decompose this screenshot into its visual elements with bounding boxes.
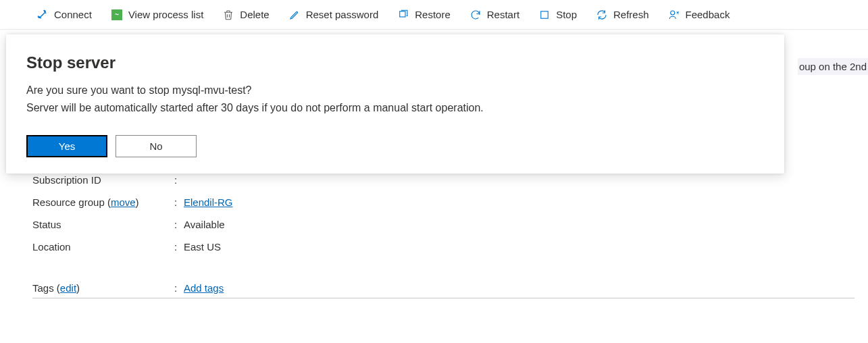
reset-password-label: Reset password [306, 9, 379, 20]
restore-button[interactable]: Restore [394, 5, 453, 25]
colon: : [174, 219, 184, 230]
restart-label: Restart [487, 9, 519, 20]
status-row: Status : Available [32, 213, 854, 236]
resource-group-link[interactable]: Elendil-RG [184, 196, 233, 208]
colon: : [174, 196, 184, 208]
tags-edit-link[interactable]: edit [60, 282, 76, 294]
delete-button[interactable]: Delete [220, 5, 272, 25]
location-label: Location [32, 241, 174, 253]
connect-label: Connect [54, 9, 92, 20]
tags-label-text: Tags [32, 282, 54, 294]
banner-partial-text: oup on the 2nd [798, 58, 868, 75]
svg-rect-1 [541, 11, 548, 18]
colon: : [174, 282, 184, 294]
yes-button[interactable]: Yes [26, 135, 107, 157]
resource-details: Subscription ID : Resource group (move) … [32, 169, 854, 298]
status-label: Status [32, 219, 174, 230]
location-value: East US [184, 241, 221, 253]
subscription-id-label: Subscription ID [32, 174, 174, 186]
view-process-label: View process list [128, 9, 203, 20]
stop-icon [538, 9, 551, 21]
resource-group-row: Resource group (move) : Elendil-RG [32, 191, 854, 213]
refresh-icon [596, 9, 608, 21]
top-toolbar: Connect ~ View process list Delete Reset… [0, 0, 868, 30]
dialog-title: Stop server [26, 53, 764, 72]
restart-button[interactable]: Restart [467, 5, 522, 25]
resource-group-label: Resource group (move) [32, 196, 174, 208]
no-button[interactable]: No [116, 135, 197, 157]
connect-button[interactable]: Connect [34, 5, 95, 25]
delete-label: Delete [240, 9, 269, 20]
dialog-actions: Yes No [26, 135, 764, 157]
restart-icon [469, 9, 482, 21]
trash-icon [222, 9, 234, 21]
status-value: Available [184, 219, 225, 230]
tags-label: Tags (edit) [32, 282, 174, 294]
refresh-button[interactable]: Refresh [593, 5, 652, 25]
colon: : [174, 241, 184, 253]
refresh-label: Refresh [613, 9, 649, 20]
svg-rect-0 [400, 11, 405, 16]
stop-button[interactable]: Stop [536, 5, 580, 25]
feedback-button[interactable]: Feedback [665, 5, 733, 25]
restore-label: Restore [415, 9, 451, 20]
reset-password-button[interactable]: Reset password [286, 5, 382, 25]
connect-icon [36, 9, 49, 21]
add-tags-link[interactable]: Add tags [184, 282, 224, 294]
resource-group-label-text: Resource group [32, 196, 105, 208]
location-row: Location : East US [32, 236, 854, 258]
feedback-label: Feedback [686, 9, 730, 20]
view-process-list-button[interactable]: ~ View process list [108, 5, 206, 25]
stop-server-dialog: Stop server Are you sure you want to sto… [6, 34, 784, 174]
process-list-icon: ~ [111, 9, 123, 21]
restore-icon [397, 9, 409, 21]
resource-group-move-link[interactable]: move [111, 196, 136, 208]
dialog-body: Are you sure you want to stop mysql-mvu-… [26, 82, 764, 116]
colon: : [174, 174, 184, 186]
feedback-icon [668, 9, 680, 21]
stop-label: Stop [556, 9, 577, 20]
svg-point-2 [670, 11, 674, 15]
pencil-icon [288, 9, 301, 21]
tags-row: Tags (edit) : Add tags [32, 277, 854, 298]
